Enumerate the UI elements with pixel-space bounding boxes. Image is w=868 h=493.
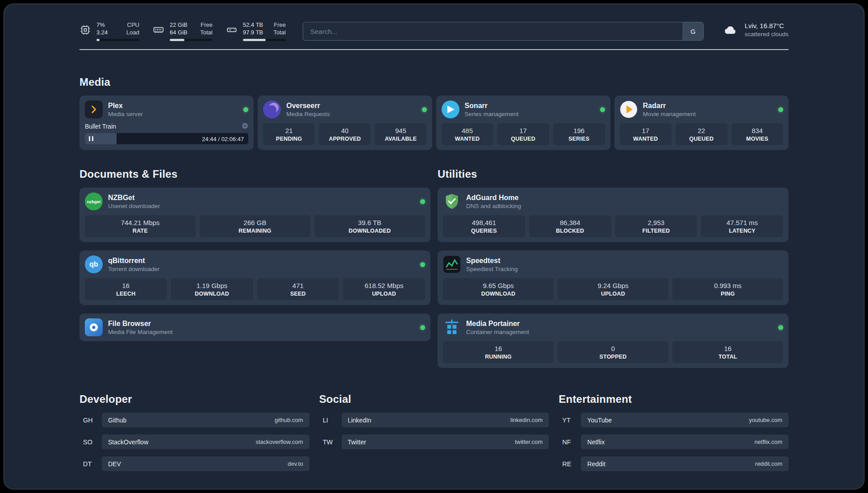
bookmark-abbr: RE — [559, 460, 581, 468]
bookmark-abbr: LI — [319, 417, 342, 424]
stat-tile: 21PENDING — [263, 123, 315, 145]
stat-label: FILTERED — [617, 228, 696, 234]
bookmark-abbr: TW — [319, 439, 342, 446]
bookmark-link-twitter[interactable]: Twitter twitter.com — [342, 435, 549, 449]
overseerr-icon — [263, 100, 281, 118]
search-bar: G — [303, 22, 704, 41]
radarr-card[interactable]: Radarr Movie management 17WANTED 22QUEUE… — [614, 96, 789, 150]
portainer-icon — [443, 318, 461, 336]
stat-value: 17 — [622, 127, 670, 134]
bookmark-item: GH Github github.com — [79, 413, 309, 427]
bookmark-item: RE Reddit reddit.com — [559, 456, 789, 471]
stat-label: QUERIES — [445, 228, 523, 234]
bookmark-url: twitter.com — [515, 439, 542, 445]
stat-value: 16 — [445, 345, 552, 352]
stat-label: STOPPED — [559, 354, 667, 360]
bookmark-link-github[interactable]: Github github.com — [102, 413, 309, 427]
bookmark-group-social: Social LI LinkedIn linkedin.com TW Twitt… — [319, 393, 549, 471]
plex-card[interactable]: Plex Media server Bullet Train ⚙ 24:44 — [79, 96, 254, 150]
weather-widget[interactable]: Lviv, 16.87°C scattered clouds — [721, 22, 789, 38]
stat-tile: 0.993 msPING — [672, 278, 783, 300]
bookmark-item: TW Twitter twitter.com — [319, 435, 549, 449]
bookmark-url: youtube.com — [749, 417, 782, 423]
stat-label: REMAINING — [201, 228, 309, 234]
status-dot — [420, 199, 425, 204]
bookmark-url: stackoverflow.com — [255, 439, 303, 445]
stat-label: LEECH — [87, 291, 165, 297]
weather-location: Lviv, 16.87°C — [745, 22, 789, 29]
ram-progress-bar — [170, 39, 213, 41]
stat-label: DOWNLOAD — [173, 291, 251, 297]
filebrowser-card[interactable]: File Browser Media File Management — [79, 313, 430, 341]
bookmark-item: SO StackOverflow stackoverflow.com — [79, 435, 309, 449]
player-progress-bar[interactable]: 24:44 / 02:06:47 — [85, 133, 248, 144]
sonarr-icon — [442, 100, 459, 118]
stat-value: 485 — [443, 127, 492, 134]
qbittorrent-icon: qb — [85, 255, 103, 273]
topbar-divider — [79, 49, 789, 50]
app-subtitle: Usenet downloader — [108, 203, 160, 209]
stat-value: 471 — [259, 282, 338, 289]
radarr-icon — [620, 100, 638, 118]
app-subtitle: Series management — [465, 111, 519, 117]
bookmark-item: YT YouTube youtube.com — [559, 413, 789, 427]
qbittorrent-card[interactable]: qb qBittorrent Torrent downloader 16LEEC… — [79, 251, 430, 305]
sonarr-card[interactable]: Sonarr Series management 485WANTED 17QUE… — [436, 96, 610, 150]
stat-label: WANTED — [622, 136, 670, 142]
disk-free-label: Free — [274, 21, 286, 29]
stat-value: 9.65 Gbps — [445, 282, 552, 289]
stat-tile: 471SEED — [257, 278, 339, 300]
stat-value: 945 — [376, 127, 425, 134]
bookmark-group-developer: Developer GH Github github.com SO StackO… — [79, 393, 309, 471]
stat-label: SEED — [259, 291, 338, 297]
bookmark-name: StackOverflow — [108, 439, 148, 446]
bookmark-link-dev[interactable]: DEV dev.to — [102, 456, 309, 471]
app-subtitle: Media File Management — [108, 329, 173, 335]
search-input[interactable] — [303, 22, 683, 40]
pause-icon[interactable] — [89, 136, 93, 141]
stat-tile: 498,461QUERIES — [443, 215, 525, 237]
stat-label: QUEUED — [499, 136, 547, 142]
stat-value: 498,461 — [445, 219, 523, 226]
ram-total-label: Total — [200, 29, 213, 36]
social-section-title: Social — [319, 393, 549, 405]
stat-tile: 1.19 GbpsDOWNLOAD — [171, 278, 253, 300]
app-subtitle: Speedtest Tracking — [466, 266, 518, 272]
stat-tile: 9.65 GbpsDOWNLOAD — [443, 278, 554, 300]
utilities-section-title: Utilities — [438, 168, 789, 180]
portainer-card[interactable]: Media Portainer Container management 16R… — [438, 313, 789, 368]
app-subtitle: DNS and adblocking — [466, 203, 521, 209]
entertainment-section-title: Entertainment — [559, 393, 789, 405]
bookmark-url: dev.to — [288, 460, 303, 467]
ram-total-value: 64 GiB — [170, 29, 188, 36]
stat-label: DOWNLOADED — [316, 228, 423, 234]
bookmark-link-netflix[interactable]: Netflix netflix.com — [581, 435, 789, 449]
bookmark-name: YouTube — [587, 417, 612, 424]
documents-section-title: Documents & Files — [79, 168, 430, 180]
stat-tile: 17QUEUED — [497, 123, 549, 145]
disk-free-value: 52.4 TB — [243, 21, 263, 29]
stat-value: 17 — [499, 127, 547, 134]
app-subtitle: Movie management — [643, 111, 696, 117]
stat-tile: 16TOTAL — [672, 341, 783, 363]
adguard-card[interactable]: AdGuard Home DNS and adblocking 498,461Q… — [438, 188, 789, 242]
gear-icon[interactable]: ⚙ — [242, 122, 248, 130]
stat-value: 9.24 Gbps — [559, 282, 667, 289]
stat-label: LATENCY — [703, 228, 781, 234]
stat-value: 86,384 — [531, 219, 609, 226]
speedtest-card[interactable]: Speedtest Speedtest Tracking 9.65 GbpsDO… — [438, 251, 789, 305]
search-engine-button[interactable]: G — [683, 22, 703, 40]
stat-label: BLOCKED — [531, 228, 609, 234]
stat-tile: 0STOPPED — [558, 341, 668, 363]
bookmark-link-linkedin[interactable]: LinkedIn linkedin.com — [342, 413, 549, 427]
stat-value: 2,953 — [617, 219, 696, 226]
nzbget-card[interactable]: nzbget NZBGet Usenet downloader 744.21 M… — [79, 188, 430, 242]
stat-value: 0 — [559, 345, 667, 352]
stat-value: 22 — [677, 127, 726, 134]
status-dot — [600, 107, 605, 112]
bookmark-link-stackoverflow[interactable]: StackOverflow stackoverflow.com — [102, 435, 309, 449]
stat-tile: 40APPROVED — [319, 123, 371, 145]
bookmark-link-youtube[interactable]: YouTube youtube.com — [581, 413, 789, 427]
overseerr-card[interactable]: Overseerr Media Requests 21PENDING 40APP… — [258, 96, 432, 150]
bookmark-link-reddit[interactable]: Reddit reddit.com — [581, 456, 789, 471]
